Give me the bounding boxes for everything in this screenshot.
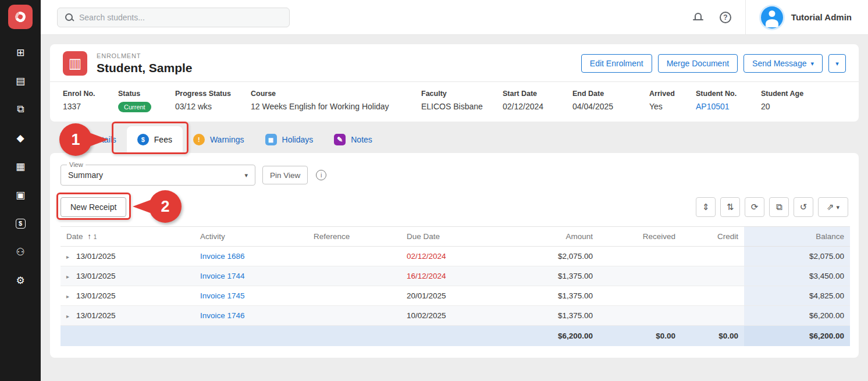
- cell-amount: $1,375.00: [500, 306, 599, 326]
- row-expander-icon[interactable]: ▸: [66, 313, 69, 319]
- edit-enrolment-button[interactable]: Edit Enrolment: [581, 54, 652, 73]
- grid-toolbar: ⇕ ⇅ ⟳ ⧉ ↺ ⇗▾: [696, 197, 848, 217]
- row-expander-icon[interactable]: ▸: [66, 273, 69, 280]
- cell-date: 13/01/2025: [76, 311, 116, 320]
- invoice-link[interactable]: Invoice 1744: [200, 272, 245, 280]
- tab-notes[interactable]: ✎ Notes: [323, 126, 383, 153]
- row-expander-icon[interactable]: ▸: [66, 293, 69, 300]
- tab-details[interactable]: ≡ Details: [64, 126, 127, 153]
- sidebar-item-settings[interactable]: ⚙: [0, 275, 41, 286]
- column-header-due-date[interactable]: Due Date: [401, 227, 500, 247]
- enrolment-actions: Edit Enrolment Merge Document Send Messa…: [581, 54, 846, 73]
- tab-fees-label: Fees: [154, 135, 172, 144]
- sidebar-item-reports[interactable]: ▦: [0, 161, 41, 172]
- sidebar-item-courses[interactable]: ◆: [0, 132, 41, 144]
- grid-icon: ▦: [16, 161, 25, 173]
- column-label: Date: [66, 232, 83, 241]
- sidebar-item-staff[interactable]: ▣: [0, 189, 41, 201]
- pin-view-button[interactable]: Pin View: [262, 166, 308, 184]
- search-input[interactable]: [79, 13, 282, 22]
- tab-fees[interactable]: $ Fees: [127, 126, 183, 153]
- topbar: ? Tutorial Admin: [41, 0, 868, 35]
- sidebar-item-community[interactable]: ⚇: [0, 246, 41, 258]
- totals-spacer: [61, 326, 500, 347]
- avatar: [761, 6, 783, 29]
- tab-warnings[interactable]: ! Warnings: [183, 126, 255, 153]
- info-icon[interactable]: i: [316, 170, 326, 180]
- invoice-link[interactable]: Invoice 1686: [200, 252, 245, 261]
- column-header-credit[interactable]: Credit: [681, 227, 744, 247]
- invoice-link[interactable]: Invoice 1746: [200, 311, 245, 320]
- search-icon: [65, 13, 74, 22]
- sidebar-item-students[interactable]: ▤: [0, 75, 41, 87]
- cell-reference: [308, 306, 401, 326]
- tab-notes-label: Notes: [351, 135, 372, 144]
- refresh-button[interactable]: ⟳: [745, 197, 764, 217]
- merge-document-button[interactable]: Merge Document: [658, 54, 738, 73]
- send-message-button[interactable]: Send Message▾: [744, 54, 823, 73]
- total-received: $0.00: [599, 326, 681, 347]
- sidebar-item-finance[interactable]: $: [0, 218, 41, 229]
- cell-received: [599, 286, 681, 306]
- field-start-date: Start Date 02/12/2024: [503, 90, 572, 112]
- field-student-age: Student Age 20: [761, 90, 803, 112]
- export-button[interactable]: ⇗▾: [818, 197, 848, 217]
- table-row: ▸13/01/2025 Invoice 1744 16/12/2024 $1,3…: [61, 266, 850, 286]
- duplicate-button[interactable]: ⧉: [769, 197, 789, 217]
- cell-due-date: 20/01/2025: [401, 286, 500, 306]
- field-value: ELICOS Bisbane: [421, 102, 503, 111]
- table-row: ▸13/01/2025 Invoice 1745 20/01/2025 $1,3…: [61, 286, 850, 306]
- user-menu[interactable]: Tutorial Admin: [746, 6, 852, 29]
- search-box[interactable]: [57, 8, 290, 27]
- view-select[interactable]: View Summary ▾: [61, 165, 255, 186]
- collapse-all-button[interactable]: ⇅: [720, 197, 740, 217]
- totals-row: $6,200.00 $0.00 $0.00 $6,200.00: [61, 326, 850, 347]
- more-actions-button[interactable]: ▾: [828, 54, 846, 73]
- invoice-link[interactable]: Invoice 1745: [200, 291, 245, 300]
- cell-amount: $1,375.00: [500, 266, 599, 286]
- cell-credit: [681, 286, 744, 306]
- field-value: 20: [761, 102, 803, 111]
- export-icon: ⇗: [827, 202, 834, 212]
- column-header-received[interactable]: Received: [599, 227, 681, 247]
- field-label: Arrived: [649, 90, 696, 98]
- help-button[interactable]: ?: [720, 12, 731, 23]
- column-header-balance[interactable]: Balance: [744, 227, 850, 247]
- enrolment-tabs: ≡ Details $ Fees ! Warnings ▦ Holidays ✎…: [64, 126, 859, 153]
- cell-balance: $4,825.00: [744, 286, 850, 306]
- column-header-amount[interactable]: Amount: [500, 227, 599, 247]
- graduation-cap-icon: ◆: [16, 132, 24, 144]
- field-faculty: Faculty ELICOS Bisbane: [421, 90, 503, 112]
- row-expander-icon[interactable]: ▸: [66, 254, 69, 260]
- app-logo[interactable]: [0, 0, 41, 34]
- column-header-date[interactable]: Date ↑ 1: [61, 227, 194, 247]
- app-window: ⊞ ▤ ⧉ ◆ ▦ ▣ $ ⚇ ⚙ ? Tutorial Admin: [0, 0, 868, 381]
- cell-date: 13/01/2025: [76, 252, 116, 261]
- status-badge: Current: [118, 102, 151, 112]
- column-header-activity[interactable]: Activity: [194, 227, 308, 247]
- column-header-reference[interactable]: Reference: [308, 227, 401, 247]
- field-label: Faculty: [421, 90, 503, 98]
- chevron-down-icon: ▾: [810, 60, 814, 67]
- field-label: Student No.: [696, 90, 761, 98]
- receipt-row: New Receipt ⇕ ⇅ ⟳ ⧉ ↺ ⇗▾: [61, 197, 848, 217]
- send-message-label: Send Message: [752, 59, 806, 68]
- history-button[interactable]: ↺: [794, 197, 813, 217]
- notifications-button[interactable]: [693, 12, 703, 22]
- tab-holidays[interactable]: ▦ Holidays: [255, 126, 324, 153]
- warning-icon: !: [193, 134, 205, 145]
- sidebar-item-dashboard[interactable]: ⊞: [0, 47, 41, 58]
- student-no-link[interactable]: AP10501: [696, 102, 730, 111]
- app-logo-icon: [13, 10, 27, 24]
- cell-reference: [308, 266, 401, 286]
- expand-icon: ⇕: [702, 202, 710, 212]
- field-progress-status: Progress Status 03/12 wks: [175, 90, 251, 112]
- table-row: ▸13/01/2025 Invoice 1686 02/12/2024 $2,0…: [61, 247, 850, 266]
- cell-credit: [681, 266, 744, 286]
- sidebar-item-documents[interactable]: ⧉: [0, 104, 41, 115]
- cell-reference: [308, 286, 401, 306]
- field-label: Course: [251, 90, 421, 98]
- chevron-down-icon: ▾: [837, 204, 840, 211]
- expand-all-button[interactable]: ⇕: [696, 197, 716, 217]
- new-receipt-button[interactable]: New Receipt: [61, 197, 126, 217]
